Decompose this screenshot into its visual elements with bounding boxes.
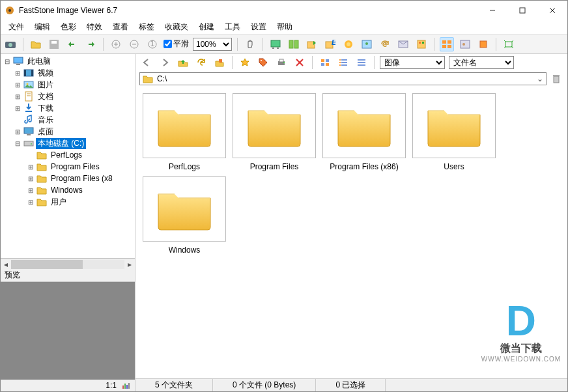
tree-label: 音乐: [36, 115, 55, 126]
favorite-button[interactable]: [238, 55, 252, 70]
email-button[interactable]: [396, 37, 410, 51]
menu-effects[interactable]: 特效: [81, 20, 107, 34]
tree-item[interactable]: ⊞Program Files (x8: [1, 173, 135, 184]
folder-icon: [36, 173, 47, 184]
scroll-track[interactable]: [11, 260, 124, 269]
tree-drive-c[interactable]: ⊟ 本地磁盘 (C:): [1, 137, 135, 149]
tree-item[interactable]: ⊞Program Files: [1, 161, 135, 173]
delete-button[interactable]: [292, 55, 307, 70]
tag-button[interactable]: [256, 55, 270, 70]
scroll-left-icon[interactable]: ◂: [1, 260, 11, 269]
fit-button[interactable]: [502, 37, 516, 51]
menu-edit[interactable]: 编辑: [29, 20, 55, 34]
thumbnail-grid[interactable]: PerfLogsProgram FilesProgram Files (x86)…: [135, 87, 567, 378]
nav-forward-button[interactable]: [158, 55, 172, 70]
menu-tags[interactable]: 标签: [134, 20, 160, 34]
view-large-icons-button[interactable]: [318, 55, 332, 70]
filter-select[interactable]: 图像: [380, 56, 445, 69]
zoom-actual-button[interactable]: 1: [145, 37, 160, 51]
svg-rect-71: [339, 62, 341, 63]
menu-help[interactable]: 帮助: [272, 20, 298, 34]
open-button[interactable]: [29, 37, 43, 51]
tree-item[interactable]: ⊞视频: [1, 67, 135, 79]
folder-item[interactable]: Windows: [142, 176, 227, 255]
expand-icon[interactable]: ⊞: [14, 105, 21, 112]
tree-item[interactable]: 音乐: [1, 114, 135, 126]
svg-rect-63: [279, 59, 283, 62]
print-button[interactable]: [274, 55, 289, 70]
menu-color[interactable]: 色彩: [55, 20, 81, 34]
redo-button[interactable]: [83, 37, 98, 51]
maximize-button[interactable]: [507, 1, 537, 20]
zoom-out-button[interactable]: [127, 37, 141, 51]
expand-icon[interactable]: ⊞: [14, 93, 21, 100]
view-details-button[interactable]: [336, 55, 350, 70]
zoom-in-button[interactable]: [109, 37, 123, 51]
chevron-down-icon[interactable]: ⌄: [537, 74, 543, 83]
undo-button[interactable]: [65, 37, 79, 51]
scroll-thumb[interactable]: [11, 260, 83, 269]
trash-button[interactable]: [549, 72, 563, 86]
menu-view[interactable]: 查看: [107, 20, 134, 34]
close-button[interactable]: [537, 1, 567, 20]
folder-item[interactable]: Program Files: [232, 93, 317, 171]
wallpaper-button[interactable]: [360, 37, 374, 51]
view-single-button[interactable]: [476, 37, 490, 51]
tree-item[interactable]: ⊞用户: [1, 196, 135, 208]
view-list-button[interactable]: [354, 55, 369, 70]
view-fullscreen-button[interactable]: [458, 37, 472, 51]
refresh-button[interactable]: [194, 55, 208, 70]
slideshow-button[interactable]: [268, 37, 283, 51]
smooth-checkbox[interactable]: 平滑: [163, 38, 189, 49]
folder-item[interactable]: Users: [412, 93, 496, 171]
tree-item[interactable]: ⊞桌面: [1, 126, 135, 137]
tree-root[interactable]: ⊟ 此电脑: [1, 55, 135, 67]
histogram-icon[interactable]: [122, 382, 132, 389]
nav-up-button[interactable]: [176, 55, 190, 70]
tree-item[interactable]: ⊞文档: [1, 91, 135, 102]
expand-icon[interactable]: ⊞: [27, 187, 35, 194]
expand-icon[interactable]: ⊞: [14, 81, 21, 89]
acquire-button[interactable]: [3, 37, 18, 51]
tree-item[interactable]: ⊞下载: [1, 102, 135, 114]
tree-hscrollbar[interactable]: ◂ ▸: [1, 259, 135, 269]
menu-settings[interactable]: 设置: [246, 20, 272, 34]
collapse-icon[interactable]: ⊟: [3, 58, 11, 65]
expand-icon[interactable]: ⊞: [27, 199, 35, 206]
expand-icon[interactable]: ⊞: [14, 128, 21, 135]
zoom-select[interactable]: 100%: [193, 38, 232, 51]
tree-item[interactable]: ⊞图片: [1, 79, 135, 91]
menu-tools[interactable]: 工具: [220, 20, 246, 34]
effects-button[interactable]: [341, 37, 356, 51]
menu-file[interactable]: 文件: [3, 20, 29, 34]
menu-favorites[interactable]: 收藏夹: [160, 20, 193, 34]
hand-tool-button[interactable]: [243, 37, 257, 51]
tree-item[interactable]: PerfLogs: [1, 149, 135, 161]
batch-convert-button[interactable]: [305, 37, 319, 51]
svg-rect-30: [418, 40, 425, 48]
menu-create[interactable]: 创建: [193, 20, 220, 34]
sort-select[interactable]: 文件名: [449, 56, 514, 69]
svg-rect-41: [14, 57, 23, 63]
batch-rename-button[interactable]: B: [323, 37, 337, 51]
folder-tree[interactable]: ⊟ 此电脑 ⊞视频⊞图片⊞文档⊞下载音乐⊞桌面 ⊟ 本地磁盘 (C:) Perf…: [1, 54, 135, 259]
expand-icon[interactable]: ⊞: [14, 70, 21, 77]
smooth-check-input[interactable]: [163, 40, 172, 48]
nav-back-button[interactable]: [139, 55, 154, 70]
folder-item[interactable]: PerfLogs: [142, 93, 227, 171]
path-input[interactable]: C:\ ⌄: [139, 72, 547, 85]
jpeg-rotate-button[interactable]: [378, 37, 392, 51]
collapse-icon[interactable]: ⊟: [14, 140, 21, 147]
expand-icon[interactable]: ⊞: [27, 163, 35, 171]
folder-item[interactable]: Program Files (x86): [322, 93, 406, 171]
tree-item[interactable]: ⊞Windows: [1, 184, 135, 196]
save-button[interactable]: [47, 37, 61, 51]
scroll-right-icon[interactable]: ▸: [124, 260, 135, 269]
view-thumbnails-button[interactable]: [440, 37, 454, 51]
svg-rect-20: [289, 40, 293, 48]
settings-button[interactable]: [414, 37, 429, 51]
expand-icon[interactable]: ⊞: [27, 175, 35, 182]
compare-button[interactable]: [287, 37, 301, 51]
minimize-button[interactable]: [477, 1, 507, 20]
home-button[interactable]: [212, 55, 227, 70]
